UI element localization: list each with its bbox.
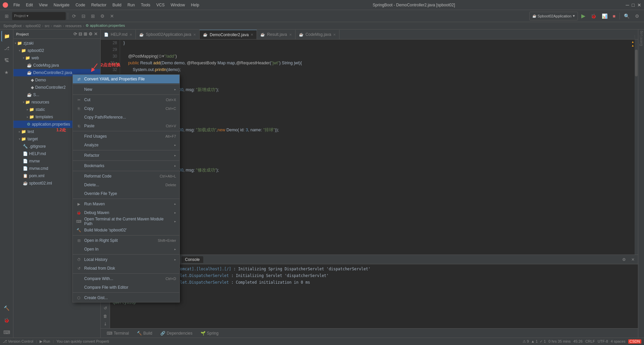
ctx-reload-disk[interactable]: ↺ Reload from Disk [73,264,179,273]
breadcrumb-main[interactable]: main [53,24,61,28]
breadcrumb-springboot[interactable]: SpringBoot [3,24,21,28]
stop-button[interactable]: ■ [611,11,618,21]
menu-help[interactable]: Help [188,2,202,8]
ctx-local-history[interactable]: ⏱ Local History ▸ [73,255,179,264]
ctx-copy[interactable]: ⎘ Copy Ctrl+C [73,104,179,113]
ctx-convert-yaml[interactable]: ⇄ Convert YAML and Properties File [73,75,179,83]
debug-tab-console[interactable]: Console [181,256,203,263]
coverage-button[interactable]: 📊 [600,11,609,21]
menu-navigate[interactable]: Navigate [51,2,72,8]
editor-scrollbar-thumb[interactable] [635,50,638,76]
sidebar-icon-refresh[interactable]: ⟳ [73,31,77,37]
settings-button[interactable]: ⚙ [633,11,641,21]
toolbar-close[interactable]: ✕ [108,11,116,21]
ctx-create-gist[interactable]: ⬡ Create Gist... [73,293,179,302]
crlf-status[interactable]: CRLF [585,339,595,344]
breadcrumb-file[interactable]: ⚙ application.properties [86,23,125,28]
ctx-open-right-split[interactable]: ⊟ Open in Right Split Shift+Enter [73,236,179,245]
indent-status[interactable]: 4 spaces [611,339,626,344]
sidebar-icon-settings[interactable]: ⚙ [89,31,93,37]
ctx-delete[interactable]: Delete... Delete [73,181,179,189]
menu-refactor[interactable]: Refactor [89,2,109,8]
debug-scroll[interactable]: ⤓ [102,320,109,328]
ctx-build-module[interactable]: 🔨 Build Module 'spboot02' [73,226,179,234]
breadcrumb-spboot02[interactable]: spboot02 [25,24,41,28]
version-control-label[interactable]: ⎇ Version Control [3,339,33,344]
tab-result[interactable]: ☕ Result.java ✕ [257,30,295,39]
ctx-open-terminal-maven[interactable]: ⌨ Open Terminal at the Current Maven Mod… [73,217,179,226]
close-button[interactable]: ✕ [637,2,641,8]
search-everywhere[interactable]: 🔍 [622,11,632,21]
menu-tools[interactable]: Tools [138,2,153,8]
tab-help[interactable]: 📄 HELP.md ✕ [101,30,136,39]
menu-view[interactable]: View [36,2,50,8]
tree-item-zjzaki[interactable]: ▾📁zjzaki [13,40,100,47]
breadcrumb-resources[interactable]: resources [65,24,82,28]
breadcrumb-src[interactable]: src [45,24,50,28]
maximize-button[interactable]: □ [632,2,635,8]
tab-spboot02app[interactable]: ☕ Spboot02Application.java ✕ [136,30,200,39]
activity-structure[interactable]: 🏗 [1,55,12,66]
right-panel-event-log[interactable]: Event Log [639,31,643,46]
debug-clear[interactable]: 🗑 [102,313,109,320]
time-status[interactable]: 0 hrs 35 mins [548,339,571,344]
position-status[interactable]: 45:26 [573,339,583,344]
ctx-new[interactable]: New ▸ [73,85,179,94]
toolbar-sync[interactable]: ⟳ [70,11,78,21]
ctx-analyze[interactable]: Analyze ▸ [73,141,179,149]
menu-code[interactable]: Code [73,2,88,8]
debug-close-icon[interactable]: ✕ [629,257,637,262]
activity-favorites[interactable]: ★ [1,67,12,78]
encoding-status[interactable]: UTF-8 [598,339,608,344]
sidebar-icon-collapse[interactable]: ⊟ [78,31,82,37]
sidebar-icon-expand[interactable]: ⊞ [84,31,87,37]
tab-overflow[interactable]: ⋮ [633,35,637,39]
tab-result-close[interactable]: ✕ [289,33,292,37]
run-label[interactable]: ▶ Run [40,339,50,344]
tab-democontroller2-close[interactable]: ✕ [251,33,253,37]
menu-run[interactable]: Run [125,2,138,8]
tree-item-web[interactable]: ▾📁web [13,54,100,62]
activity-build[interactable]: 🔨 [1,303,12,314]
bottom-tab-build[interactable]: 🔨 Build [133,330,156,337]
run-config-selector[interactable]: ☕ Spboot02Application ▾ [529,12,578,20]
toolbar-expand[interactable]: ⊞ [89,11,97,21]
ctx-override-filetype[interactable]: Override File Type [73,189,179,198]
menu-vcs[interactable]: VCS [154,2,167,8]
activity-project[interactable]: 📁 [1,31,12,42]
ctx-compare-editor[interactable]: Compare File with Editor [73,283,179,292]
sidebar-icon-close[interactable]: ✕ [94,31,98,37]
tab-spboot02app-close[interactable]: ✕ [193,33,196,37]
ctx-cut[interactable]: ✂ Cut Ctrl+X [73,95,179,104]
tree-item-spboot02[interactable]: ▾📁spboot02 [13,47,100,54]
tab-democontroller2[interactable]: ☕ DemoController2.java ✕ [200,30,257,39]
run-button[interactable]: ▶ [579,11,587,21]
editor-scrollbar[interactable] [635,40,638,255]
ctx-reformat[interactable]: Reformat Code Ctrl+Alt+L [73,172,179,181]
ctx-find-usages[interactable]: Find Usages Alt+F7 [73,132,179,141]
ctx-paste[interactable]: ⎗ Paste Ctrl+V [73,122,179,130]
debug-restart[interactable]: ↺ [102,304,109,312]
bottom-tab-dependencies[interactable]: 🔗 Dependencies [157,330,196,337]
debug-settings-icon[interactable]: ⚙ [620,257,628,262]
menu-build[interactable]: Build [110,2,124,8]
ctx-run-maven[interactable]: ▶ Run Maven ▸ [73,200,179,208]
code-editor[interactable]: } @PostMapping(⊙▾"/add") public Result a… [120,40,631,255]
menu-window[interactable]: Window [168,2,188,8]
minimize-button[interactable]: ─ [626,2,629,8]
activity-debug[interactable]: 🐞 [1,315,12,326]
toolbar-settings[interactable]: ⚙ [98,11,107,21]
ctx-open-in[interactable]: Open In ▸ [73,245,179,254]
tab-codemsg-close[interactable]: ✕ [333,33,336,37]
csdn-status[interactable]: CSDN [628,339,641,344]
warnings-status[interactable]: ⚠ 9 ▲ 1 ✓ 1 [523,339,546,344]
tree-item-codemsg[interactable]: ☕CodeMsg.java [13,62,100,69]
ctx-compare-with[interactable]: Compare With... Ctrl+D [73,274,179,283]
toolbar-collapse[interactable]: ⊟ [79,11,88,21]
tab-help-close[interactable]: ✕ [129,33,132,37]
bottom-tab-terminal[interactable]: ⌨ Terminal [103,330,132,337]
activity-terminal[interactable]: ⌨ [1,327,12,338]
activity-vcs[interactable]: ⎇ [1,43,12,54]
ctx-debug-maven[interactable]: 🐞 Debug Maven ▸ [73,208,179,217]
toolbar-project-icon[interactable]: ⊞ [3,11,11,21]
